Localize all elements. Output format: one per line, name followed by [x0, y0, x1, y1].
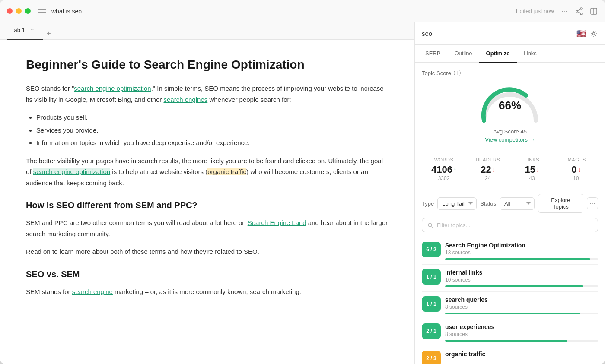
topic-info-5: organic traffic: [445, 351, 598, 358]
heading-2: How is SEO different from SEM and PPC?: [26, 200, 388, 210]
topic-score-gauge: 66%: [475, 82, 544, 125]
stat-words: WORDS 4106 ↑ 3302: [422, 157, 466, 181]
topic-info-3: search queries 8 sources: [445, 296, 598, 314]
tab-outline[interactable]: Outline: [447, 45, 479, 63]
topic-bar-track-3: [445, 313, 598, 314]
svg-point-7: [593, 32, 595, 35]
topic-score-label: Topic Score i: [422, 70, 598, 76]
view-competitors-link[interactable]: View competitors →: [422, 136, 598, 143]
panel-content: Topic Score i 66% Avg Score 45 View c: [415, 63, 605, 364]
stat-headers: HEADERS 22 ↓ 24: [466, 157, 510, 181]
share-icon[interactable]: [575, 7, 583, 16]
images-arrow-icon: ↓: [578, 166, 581, 173]
stat-words-comparison: 3302: [422, 175, 466, 181]
search-query-display: seo: [422, 30, 573, 37]
paragraph-1: SEO stands for "search engine optimizati…: [26, 83, 388, 105]
bullet-list: Products you sell. Services you provide.…: [36, 112, 388, 149]
topic-name-1: Search Engine Optimization: [445, 242, 598, 249]
stat-headers-label: HEADERS: [466, 157, 510, 162]
p5-highlight-sem: search engine: [72, 288, 113, 295]
topic-info-4: user experiences 8 sources: [445, 323, 598, 342]
stat-headers-value: 22 ↓: [466, 164, 510, 175]
edited-status: Edited just now: [516, 8, 554, 14]
list-item: Products you sell.: [36, 112, 388, 123]
topic-name-4: user experiences: [445, 323, 598, 330]
list-item: 2 / 1 user experiences 8 sources: [422, 319, 598, 346]
minimize-button[interactable]: [16, 8, 22, 14]
more-options-icon[interactable]: ···: [560, 7, 569, 16]
topic-bar-track-4: [445, 340, 598, 342]
topic-name-5: organic traffic: [445, 351, 598, 358]
explore-topics-button[interactable]: Explore Topics: [538, 194, 583, 213]
words-arrow-icon: ↑: [453, 166, 456, 173]
sidebar-toggle-button[interactable]: [38, 7, 46, 16]
type-filter-select[interactable]: Long Tail Short Tail All: [437, 197, 477, 210]
svg-point-8: [428, 223, 432, 227]
tabs-bar: Tab 1 ··· +: [0, 22, 414, 40]
topic-sources-4: 8 sources: [445, 331, 598, 337]
tab-serp[interactable]: SERP: [418, 45, 447, 63]
status-filter-select[interactable]: All Used Missing: [500, 197, 535, 210]
main-layout: Tab 1 ··· + Beginner's Guide to Search E…: [0, 22, 605, 364]
topic-sources-2: 10 sources: [445, 277, 598, 283]
document-title: what is seo: [51, 8, 82, 15]
topic-bar-fill-1: [445, 258, 590, 260]
svg-line-9: [432, 226, 433, 228]
tab-links[interactable]: Links: [517, 45, 544, 63]
stat-images-comparison: 10: [554, 175, 598, 181]
tab-optimize[interactable]: Optimize: [479, 45, 517, 63]
list-item: 6 / 2 Search Engine Optimization 13 sour…: [422, 237, 598, 265]
layout-icon[interactable]: [589, 7, 598, 16]
svg-line-3: [578, 9, 580, 11]
article-heading: Beginner's Guide to Search Engine Optimi…: [26, 57, 388, 73]
stat-images-value: 0 ↓: [554, 164, 598, 175]
paragraph-3: SEM and PPC are two other common terms y…: [26, 217, 388, 239]
maximize-button[interactable]: [25, 8, 31, 14]
filter-topics-input[interactable]: [437, 222, 592, 228]
topics-list: 6 / 2 Search Engine Optimization 13 sour…: [422, 237, 598, 364]
stat-images: IMAGES 0 ↓ 10: [554, 157, 598, 181]
list-item: 1 / 1 search queries 8 sources: [422, 292, 598, 319]
add-tab-button[interactable]: +: [43, 28, 54, 39]
topic-badge-5: 2 / 3: [422, 351, 441, 364]
topic-bar-fill-4: [445, 340, 567, 342]
paragraph-2: The better visibility your pages have in…: [26, 155, 388, 189]
close-button[interactable]: [7, 8, 13, 14]
stat-links-value: 15 ↓: [510, 164, 554, 175]
p2-highlight-organic: organic traffic: [207, 168, 246, 175]
gauge-score-text: 66%: [499, 99, 521, 112]
topic-badge-3: 1 / 1: [422, 296, 441, 312]
stat-links: LINKS 15 ↓ 43: [510, 157, 554, 181]
stat-links-comparison: 43: [510, 175, 554, 181]
topic-score-section: Topic Score i 66% Avg Score 45 View c: [422, 70, 598, 143]
topic-bar-fill-3: [445, 313, 580, 314]
stat-links-label: LINKS: [510, 157, 554, 162]
p1-text-end: whenever people search for:: [207, 96, 291, 103]
stat-headers-comparison: 24: [466, 175, 510, 181]
stats-row: WORDS 4106 ↑ 3302 HEADERS 22 ↓ 24: [422, 152, 598, 187]
topic-sources-1: 13 sources: [445, 250, 598, 256]
p2-highlight-seo: search engine optimization: [33, 168, 110, 175]
list-item: 2 / 3 organic traffic: [422, 346, 598, 364]
topic-badge-2: 1 / 1: [422, 269, 441, 285]
info-icon[interactable]: i: [454, 70, 461, 76]
p1-highlight-seo: search engine optimization: [74, 85, 151, 92]
p1-highlight-se: search engines: [163, 96, 207, 103]
stat-words-label: WORDS: [422, 157, 466, 162]
stat-words-value: 4106 ↑: [422, 164, 466, 175]
avg-score: Avg Score 45: [422, 128, 598, 135]
country-flag-icon[interactable]: 🇺🇸: [576, 29, 586, 38]
settings-icon[interactable]: [589, 29, 598, 38]
p1-text-before: SEO stands for ": [26, 85, 74, 92]
tab-1[interactable]: Tab 1 ···: [7, 22, 43, 40]
tab-1-more[interactable]: ···: [28, 24, 38, 35]
list-item: Information on topics in which you have …: [36, 137, 388, 149]
topic-bar-track-1: [445, 258, 598, 260]
tab-1-label: Tab 1: [11, 27, 25, 33]
heading-3: SEO vs. SEM: [26, 269, 388, 279]
svg-point-0: [580, 8, 582, 9]
list-item: 1 / 1 internal links 10 sources: [422, 265, 598, 292]
status-filter-label: Status: [480, 200, 496, 207]
search-icon: [427, 222, 433, 228]
more-options-button[interactable]: ···: [587, 197, 598, 209]
